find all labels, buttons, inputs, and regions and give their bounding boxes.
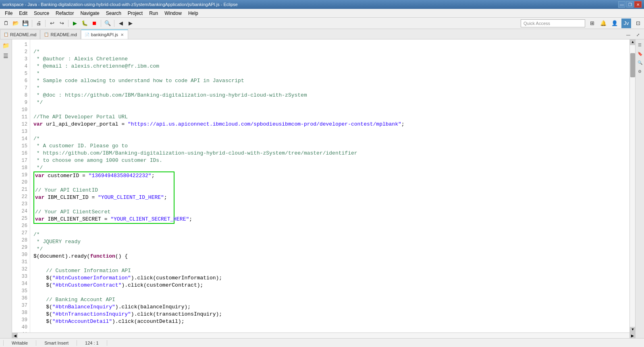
maximize-editor[interactable]: ⤢ <box>634 30 642 39</box>
tab-label-readme-1: README.md <box>10 32 36 37</box>
scroll-left-button[interactable]: ◀ <box>12 333 18 338</box>
quick-access-label: Quick Access <box>524 21 550 26</box>
menu-window[interactable]: Window <box>161 10 185 17</box>
toolbar: 🗒 📂 💾 🖨 ↩ ↪ ▶ 🐛 ⏹ 🔍 ◀ ▶ Quick Access ⊞ 🔔… <box>0 18 644 29</box>
scroll-right-button[interactable]: ▶ <box>629 333 635 338</box>
toolbar-icon4[interactable]: Jv <box>621 19 631 28</box>
right-icon-3[interactable]: 🔍 <box>636 59 644 66</box>
menu-help[interactable]: Help <box>185 10 202 17</box>
scroll-track <box>630 45 635 327</box>
menu-edit[interactable]: Edit <box>16 10 31 17</box>
tab-readme-1[interactable]: 📋 README.md <box>0 29 40 39</box>
tab-close-banking-api[interactable]: ✕ <box>120 32 125 37</box>
right-icon-1[interactable]: ☰ <box>636 41 644 48</box>
status-sep-0 <box>3 340 4 346</box>
menu-bar: File Edit Source Refactor Navigate Searc… <box>0 9 644 18</box>
status-position: 124 : 1 <box>85 341 99 345</box>
menu-navigate[interactable]: Navigate <box>77 10 102 17</box>
toolbar-back-button[interactable]: ◀ <box>116 19 125 28</box>
title-text: workspace - Java - Banking-digitalizatio… <box>2 2 238 7</box>
menu-source[interactable]: Source <box>31 10 52 17</box>
toolbar-sep-2 <box>45 20 46 27</box>
minimize-button[interactable]: — <box>618 1 625 8</box>
quick-access-input[interactable]: Quick Access <box>521 19 585 27</box>
toolbar-new-button[interactable]: 🗒 <box>2 19 10 28</box>
status-sep-3 <box>107 340 107 346</box>
menu-run[interactable]: Run <box>146 10 161 17</box>
status-sep-1 <box>36 340 36 346</box>
horizontal-scrollbar[interactable]: ◀ ▶ <box>12 333 635 338</box>
toolbar-perspectives-button[interactable]: ⊞ <box>588 19 596 28</box>
code-editor[interactable]: 1 2 3 4 5 6 7 8 910 1112131415 161718192… <box>12 39 635 333</box>
menu-file[interactable]: File <box>2 10 16 17</box>
title-bar: workspace - Java - Banking-digitalizatio… <box>0 0 644 9</box>
toolbar-debug-button[interactable]: 🐛 <box>80 19 89 28</box>
tab-icon-readme-2: 📋 <box>44 32 49 37</box>
menu-search[interactable]: Search <box>103 10 125 17</box>
editor-area: 1 2 3 4 5 6 7 8 910 1112131415 161718192… <box>12 39 635 338</box>
line-numbers: 1 2 3 4 5 6 7 8 910 1112131415 161718192… <box>12 39 30 333</box>
status-insert-mode: Smart Insert <box>44 341 69 345</box>
toolbar-forward-button[interactable]: ▶ <box>126 19 135 28</box>
minimize-editor[interactable]: — <box>624 30 633 39</box>
vertical-scrollbar[interactable]: ▲ ▼ <box>629 39 635 333</box>
toolbar-stop-button[interactable]: ⏹ <box>90 19 99 28</box>
scroll-down-button[interactable]: ▼ <box>630 327 635 333</box>
toolbar-sep-5 <box>114 20 114 27</box>
toolbar-run-button[interactable]: ▶ <box>71 19 79 28</box>
tab-icon-readme-1: 📋 <box>4 32 8 37</box>
tab-label-readme-2: README.md <box>50 32 77 37</box>
close-button[interactable]: ✕ <box>634 1 642 8</box>
tabs-bar: 📋 README.md 📋 README.md 📄 bankingAPI.js … <box>0 29 644 39</box>
left-sidebar: 📁 ☰ <box>0 39 12 338</box>
line-number-col: 1 2 3 4 5 6 7 8 910 1112131415 161718192… <box>12 41 27 333</box>
status-bar: Writable Smart Insert 124 : 1 <box>0 338 644 347</box>
toolbar-open-perspective[interactable]: ⊡ <box>634 19 642 28</box>
scroll-up-button[interactable]: ▲ <box>630 39 635 45</box>
status-sep-2 <box>77 340 77 346</box>
tab-icon-banking-api: 📄 <box>85 33 89 37</box>
tab-readme-2[interactable]: 📋 README.md <box>40 29 80 39</box>
toolbar-save-button[interactable]: 💾 <box>21 19 30 28</box>
status-writable: Writable <box>12 341 28 345</box>
horizontal-scroll-track <box>18 333 629 338</box>
toolbar-search-button[interactable]: 🔍 <box>103 19 112 28</box>
scroll-thumb[interactable] <box>630 53 635 77</box>
toolbar-redo-button[interactable]: ↪ <box>57 19 66 28</box>
toolbar-icon2[interactable]: 🔔 <box>599 19 608 28</box>
toolbar-sep-1 <box>32 20 32 27</box>
sidebar-package-explorer[interactable]: 📁 <box>2 41 10 50</box>
tab-banking-api[interactable]: 📄 bankingAPI.js ✕ <box>81 29 128 39</box>
restore-button[interactable]: ❐ <box>626 1 634 8</box>
main-layout: 📁 ☰ 1 2 3 4 5 6 7 8 910 1112131415 16171… <box>0 39 644 338</box>
toolbar-sep-4 <box>101 20 101 27</box>
toolbar-icon3[interactable]: 👤 <box>610 19 619 28</box>
tab-label-banking-api: bankingAPI.js <box>91 32 118 37</box>
right-sidebar: ☰ 🔖 🔍 ⚙ <box>635 39 644 338</box>
right-icon-4[interactable]: ⚙ <box>636 68 644 75</box>
toolbar-undo-button[interactable]: ↩ <box>48 19 56 28</box>
menu-project[interactable]: Project <box>125 10 146 17</box>
title-bar-controls: — ❐ ✕ <box>618 1 642 8</box>
right-icon-2[interactable]: 🔖 <box>636 50 644 57</box>
toolbar-print-button[interactable]: 🖨 <box>34 19 43 28</box>
menu-refactor[interactable]: Refactor <box>52 10 77 17</box>
toolbar-open-button[interactable]: 📂 <box>11 19 20 28</box>
toolbar-sep-3 <box>68 20 69 27</box>
code-content[interactable]: /* * @author : Alexis Chretienne * @emai… <box>30 39 635 333</box>
sidebar-outline[interactable]: ☰ <box>2 52 10 60</box>
